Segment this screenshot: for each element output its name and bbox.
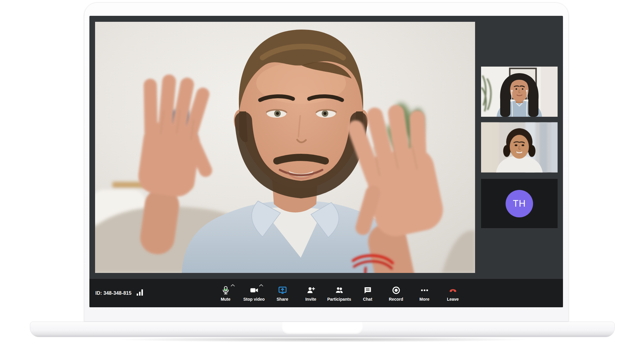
stop-video-button[interactable]: Stop video xyxy=(240,279,268,307)
leave-call-icon xyxy=(448,285,457,295)
record-label: Record xyxy=(389,297,403,301)
laptop-base-notch xyxy=(282,322,363,334)
chat-button[interactable]: Chat xyxy=(353,279,382,307)
record-icon xyxy=(392,285,401,295)
participants-button[interactable]: Participants xyxy=(325,279,353,307)
more-label: More xyxy=(419,297,429,301)
avatar: TH xyxy=(506,190,533,217)
laptop-base xyxy=(30,322,615,337)
signal-strength-icon xyxy=(137,289,144,297)
toolbar-buttons: Mute Stop video xyxy=(211,279,467,307)
more-dots-icon xyxy=(420,285,429,295)
leave-button[interactable]: Leave xyxy=(439,279,467,307)
meeting-id: ID: 348-348-815 xyxy=(95,291,132,296)
participant-thumbnail-2[interactable] xyxy=(481,122,558,173)
microphone-icon xyxy=(221,285,230,295)
stop-video-options-caret-icon[interactable] xyxy=(259,282,263,288)
leave-label: Leave xyxy=(447,297,459,301)
chat-label: Chat xyxy=(363,297,372,301)
video-camera-icon xyxy=(250,285,259,295)
stop-video-label: Stop video xyxy=(243,297,265,301)
main-video-feed xyxy=(95,22,475,273)
invite-label: Invite xyxy=(305,297,316,301)
laptop-frame: TH ID: 348-348-815 xyxy=(84,2,569,322)
invite-button[interactable]: Invite xyxy=(297,279,325,307)
record-button[interactable]: Record xyxy=(382,279,410,307)
meeting-toolbar: ID: 348-348-815 xyxy=(89,279,563,307)
participant-video-woman-2 xyxy=(481,122,558,173)
share-screen-icon xyxy=(278,285,287,295)
participants-icon xyxy=(335,285,344,295)
meeting-id-block: ID: 348-348-815 xyxy=(95,279,144,307)
participant-avatar-tile[interactable]: TH xyxy=(481,179,558,228)
invite-person-icon xyxy=(306,285,315,295)
meeting-app-screen: TH ID: 348-348-815 xyxy=(89,16,563,307)
mute-options-caret-icon[interactable] xyxy=(231,282,235,288)
participants-label: Participants xyxy=(327,297,351,301)
laptop-shadow xyxy=(27,336,618,343)
more-button[interactable]: More xyxy=(410,279,439,307)
mute-label: Mute xyxy=(221,297,231,301)
share-button[interactable]: Share xyxy=(268,279,297,307)
participant-video-woman-1 xyxy=(481,67,558,117)
participant-video-man xyxy=(95,22,475,273)
mute-button[interactable]: Mute xyxy=(211,279,240,307)
share-label: Share xyxy=(277,297,288,301)
chat-icon xyxy=(363,285,372,295)
participant-thumbnail-1[interactable] xyxy=(481,67,558,117)
page: TH ID: 348-348-815 xyxy=(0,0,644,344)
avatar-initials: TH xyxy=(513,198,526,209)
